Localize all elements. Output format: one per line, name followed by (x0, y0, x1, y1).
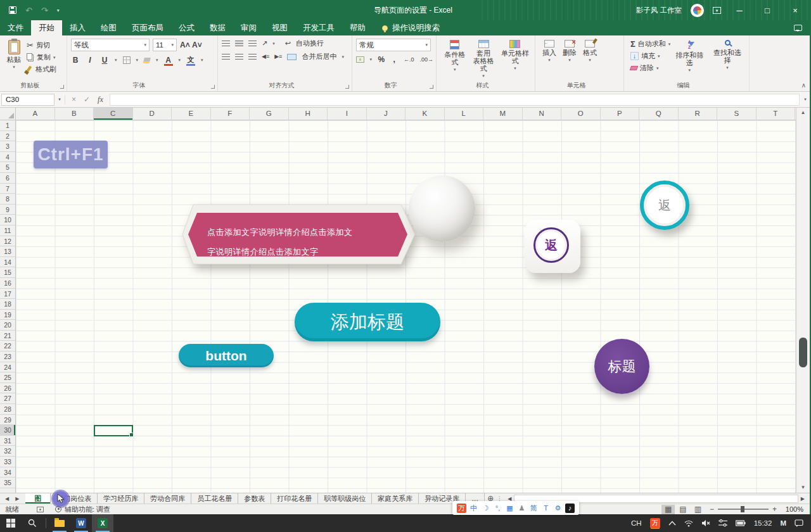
align-center-icon[interactable] (235, 54, 243, 60)
row-header[interactable]: 31 (0, 436, 15, 446)
column-header[interactable]: F (211, 108, 250, 120)
battery-icon[interactable] (736, 520, 746, 526)
fill-color-icon[interactable] (143, 58, 151, 62)
find-select-button[interactable]: 查找和选择 ▾ (708, 39, 746, 81)
row-header[interactable]: 17 (0, 289, 15, 300)
orientation-icon[interactable]: ↗ (262, 39, 267, 48)
increase-font-size-button[interactable]: A˄ (180, 41, 189, 49)
ribbon-tab[interactable]: 审阅 (233, 20, 264, 35)
column-header[interactable]: D (133, 108, 172, 120)
column-header[interactable]: S (717, 108, 757, 120)
row-header[interactable]: 11 (0, 225, 15, 236)
selected-cell-C30[interactable] (94, 425, 133, 436)
paste-button[interactable]: 粘贴 ▾ (4, 39, 24, 81)
show-hidden-icons-chevron[interactable] (668, 521, 676, 526)
column-header[interactable]: A (16, 108, 55, 120)
fill-button[interactable]: ↓填充▾ (630, 51, 670, 61)
decrease-indent-icon[interactable]: ◀≡ (262, 53, 269, 61)
column-header[interactable]: E (172, 108, 211, 120)
sort-filter-button[interactable]: AZ 排序和筛选 ▾ (670, 39, 708, 81)
row-header[interactable]: 16 (0, 278, 15, 289)
scroll-down-icon[interactable]: ▼ (796, 483, 810, 493)
taskbar-excel-button[interactable]: X (92, 514, 113, 532)
ribbon-tab[interactable]: 帮助 (342, 20, 373, 35)
ribbon-display-options-icon[interactable]: ▾ (713, 7, 721, 14)
zoom-level[interactable]: 100% (782, 505, 803, 513)
normal-view-icon[interactable]: ▦ (661, 505, 675, 514)
taskbar-clock[interactable]: 15:32 (754, 519, 772, 527)
column-header[interactable]: K (406, 108, 445, 120)
ime-simplified-icon[interactable]: 简 (529, 504, 539, 513)
delete-cells-button[interactable]: 删除 ▾ (559, 39, 580, 81)
bold-button[interactable]: B (71, 56, 80, 65)
column-header[interactable]: B (55, 108, 94, 120)
scroll-right-icon[interactable]: ▶ (798, 496, 807, 502)
column-header[interactable]: Q (639, 108, 679, 120)
column-header[interactable]: L (445, 108, 484, 120)
row-header[interactable]: 29 (0, 415, 15, 426)
zoom-in-icon[interactable]: + (772, 505, 777, 514)
feedback-icon[interactable] (794, 25, 802, 31)
format-painter-button[interactable]: 格式刷 (27, 65, 56, 74)
number-dialog-launcher-icon[interactable] (430, 85, 433, 89)
font-name-select[interactable]: 等线▾ (71, 39, 150, 51)
column-header[interactable]: H (289, 108, 328, 120)
quick-settings-icon[interactable] (718, 519, 727, 527)
select-all-button[interactable] (0, 108, 16, 120)
cut-button[interactable]: ✂剪切 (27, 41, 56, 50)
row-header[interactable]: 2 (0, 131, 15, 142)
percent-style-icon[interactable]: % (378, 55, 385, 64)
ribbon-tab[interactable]: 绘图 (93, 20, 124, 35)
cancel-entry-icon[interactable]: × (72, 95, 76, 104)
vertical-scrollbar-thumb[interactable] (799, 338, 807, 367)
row-header[interactable]: 24 (0, 362, 15, 373)
ribbon-tab[interactable]: 数据 (202, 20, 233, 35)
column-header[interactable]: M (483, 108, 523, 120)
row-header[interactable]: 34 (0, 467, 15, 478)
alignment-dialog-launcher-icon[interactable] (345, 85, 349, 89)
sheet-tab[interactable]: 学习经历库 (98, 493, 144, 504)
row-header[interactable]: 23 (0, 352, 15, 362)
ime-sogou-icon[interactable]: 万 (457, 504, 466, 513)
decrease-font-size-button[interactable]: A˅ (192, 41, 201, 49)
row-header[interactable]: 5 (0, 162, 15, 173)
row-header[interactable]: 6 (0, 173, 15, 184)
merge-center-icon[interactable] (287, 54, 297, 60)
next-sheet-icon[interactable]: ▶ (15, 496, 19, 502)
row-header[interactable]: 21 (0, 331, 15, 341)
align-top-icon[interactable] (222, 41, 230, 46)
add-title-shape[interactable]: 添加标题 (295, 303, 440, 341)
page-layout-view-icon[interactable]: ▤ (676, 505, 689, 514)
borders-icon[interactable] (123, 56, 131, 64)
redo-icon[interactable]: ↷ (41, 6, 48, 15)
collapse-ribbon-icon[interactable]: ∧ (801, 82, 806, 89)
sphere-shape[interactable] (409, 175, 475, 242)
column-header[interactable]: C (94, 108, 133, 120)
ime-toolbox-icon[interactable]: ♪ (565, 504, 575, 513)
ribbon-tab[interactable]: 开始 (31, 20, 62, 35)
row-header[interactable]: 25 (0, 372, 15, 383)
cell-styles-button[interactable]: 单元格样式 ▾ (498, 39, 532, 81)
copy-button[interactable]: 复制▾ (27, 53, 56, 62)
clipboard-dialog-launcher-icon[interactable] (60, 85, 64, 89)
ime-soft-keyboard-icon[interactable]: ▦ (505, 504, 514, 513)
language-indicator[interactable]: CH (631, 519, 642, 527)
align-middle-icon[interactable] (235, 41, 243, 46)
confirm-entry-icon[interactable]: ✓ (84, 95, 90, 104)
row-header[interactable]: 32 (0, 446, 15, 457)
insert-cells-button[interactable]: 插入 ▾ (539, 39, 559, 81)
sheet-tab[interactable]: 职等职级岗位 (318, 493, 372, 504)
taskbar-word-button[interactable]: W (70, 514, 92, 532)
back-button-card[interactable]: 返 (525, 220, 580, 273)
wifi-icon[interactable] (684, 520, 693, 527)
column-header[interactable]: I (328, 108, 367, 120)
ime-tray-icon[interactable]: 万 (650, 518, 660, 528)
number-format-select[interactable]: 常规▾ (356, 39, 431, 51)
ribbon-tab[interactable]: 公式 (171, 20, 202, 35)
ribbon-tab[interactable]: 页面布局 (124, 20, 171, 35)
tell-me-search[interactable]: 操作说明搜索 (382, 20, 440, 35)
start-button[interactable] (0, 514, 22, 532)
align-right-icon[interactable] (248, 54, 257, 60)
increase-indent-icon[interactable]: ▶≡ (274, 53, 282, 61)
ribbon-tab[interactable]: 开发工具 (295, 20, 342, 35)
